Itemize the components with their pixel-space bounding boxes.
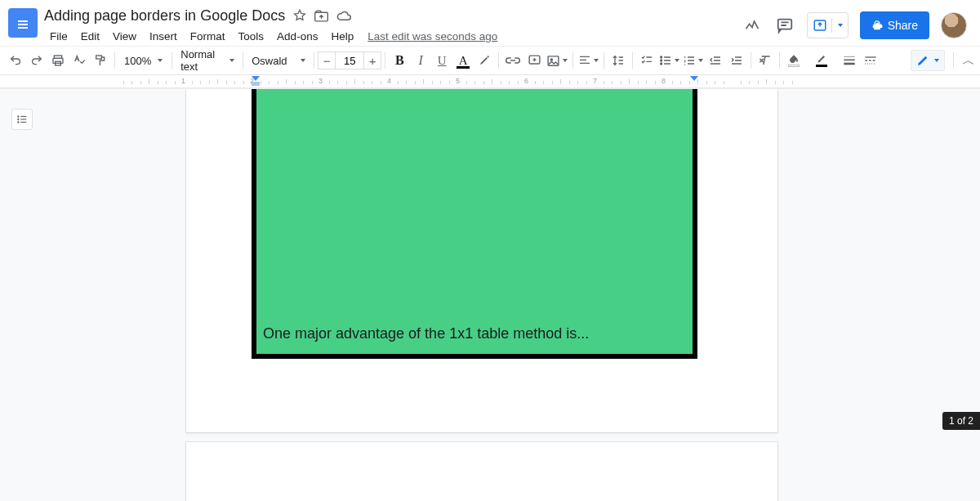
ruler-number: 5 (456, 77, 460, 85)
svg-point-15 (661, 60, 662, 61)
svg-point-13 (551, 59, 553, 60)
svg-rect-17 (252, 82, 260, 86)
font-size-increase[interactable]: + (363, 51, 381, 69)
svg-point-16 (661, 63, 662, 65)
menu-insert[interactable]: Insert (144, 29, 183, 44)
menu-tools[interactable]: Tools (233, 29, 270, 44)
font-size-decrease[interactable]: − (318, 51, 336, 69)
menu-format[interactable]: Format (185, 29, 231, 44)
comment-button[interactable] (523, 50, 545, 71)
fill-color-button[interactable] (783, 50, 804, 71)
font-family-dropdown[interactable]: Oswald (247, 55, 310, 67)
last-edit-link[interactable]: Last edit was seconds ago (368, 30, 497, 42)
collapse-toolbar-button[interactable]: ︿ (962, 52, 975, 69)
undo-button[interactable] (5, 50, 26, 71)
doc-title[interactable]: Adding page borders in Google Docs (44, 7, 285, 25)
activity-icon[interactable] (742, 15, 763, 36)
font-size-control: − 15 + (318, 51, 381, 69)
line-spacing-button[interactable] (608, 50, 629, 71)
bold-button[interactable]: B (389, 50, 410, 71)
ruler-number: 3 (318, 77, 323, 85)
svg-rect-10 (96, 56, 102, 59)
docs-logo[interactable] (8, 8, 38, 38)
avatar[interactable] (941, 12, 967, 38)
page-1[interactable]: One major advantage of the 1x1 table met… (186, 89, 777, 432)
svg-point-14 (661, 56, 662, 58)
cloud-icon[interactable] (336, 10, 351, 21)
print-button[interactable] (47, 50, 69, 71)
ruler-number: 4 (387, 77, 391, 85)
header-right: Share (742, 7, 972, 39)
underline-button[interactable]: U (431, 50, 452, 71)
svg-point-20 (18, 122, 19, 123)
border-color-button[interactable] (811, 50, 832, 71)
indent-button[interactable] (726, 50, 747, 71)
table-cell-page1[interactable]: One major advantage of the 1x1 table met… (252, 88, 697, 359)
canvas[interactable]: One major advantage of the 1x1 table met… (0, 88, 980, 501)
paragraph-style-dropdown[interactable]: Normal text (176, 48, 239, 73)
link-button[interactable] (502, 50, 523, 71)
outline-toggle-button[interactable] (11, 109, 33, 130)
ruler-number: 6 (524, 77, 528, 85)
toolbar: 100% Normal text Oswald − 15 + B I U A ︿ (0, 46, 980, 75)
svg-rect-8 (53, 58, 63, 63)
star-icon[interactable] (293, 9, 306, 22)
svg-rect-3 (777, 20, 791, 29)
checklist-button[interactable] (636, 50, 657, 71)
italic-button[interactable]: I (410, 50, 431, 71)
ruler-number: 1 (181, 77, 185, 85)
outdent-button[interactable] (705, 50, 726, 71)
ruler[interactable]: 12345678 (0, 75, 980, 88)
share-button[interactable]: Share (860, 11, 929, 39)
menu-addons[interactable]: Add-ons (271, 29, 323, 44)
zoom-dropdown[interactable]: 100% (118, 51, 168, 70)
redo-button[interactable] (26, 50, 47, 71)
ruler-number: 7 (593, 77, 597, 85)
title-area: Adding page borders in Google Docs File … (44, 7, 742, 46)
ruler-number: 8 (662, 77, 666, 85)
page-indicator: 1 of 2 (942, 412, 980, 430)
header: Adding page borders in Google Docs File … (0, 0, 980, 46)
font-size-input[interactable]: 15 (336, 51, 363, 69)
numbered-list-button[interactable] (681, 50, 705, 71)
border-style-button[interactable] (860, 50, 881, 71)
highlight-button[interactable] (474, 50, 495, 71)
style-value: Normal text (180, 48, 228, 73)
indent-marker-left[interactable] (251, 75, 261, 87)
align-button[interactable] (577, 50, 600, 71)
table-cell-text-1: One major advantage of the 1x1 table met… (263, 325, 589, 342)
svg-point-19 (18, 119, 19, 119)
spellcheck-button[interactable] (69, 50, 90, 71)
font-value: Oswald (252, 55, 287, 67)
menu-help[interactable]: Help (325, 29, 359, 44)
clear-formatting-button[interactable] (755, 50, 776, 71)
move-icon[interactable] (314, 10, 328, 22)
page-2[interactable]: when you cross to a new page, the table … (186, 442, 777, 501)
menu-view[interactable]: View (107, 29, 142, 44)
menu-file[interactable]: File (44, 29, 74, 44)
mode-dropdown[interactable] (911, 50, 945, 71)
svg-point-18 (18, 116, 19, 117)
menu-edit[interactable]: Edit (75, 29, 105, 44)
indent-marker-right[interactable] (689, 75, 699, 87)
zoom-value: 100% (124, 55, 151, 67)
image-button[interactable] (545, 50, 569, 71)
border-width-button[interactable] (839, 50, 860, 71)
svg-rect-6 (874, 25, 880, 29)
text-color-button[interactable]: A (452, 50, 474, 71)
present-button[interactable] (807, 12, 849, 38)
paint-format-button[interactable] (90, 50, 111, 71)
menu-bar: File Edit View Insert Format Tools Add-o… (44, 26, 742, 46)
bulleted-list-button[interactable] (657, 50, 681, 71)
comments-icon[interactable] (774, 15, 795, 36)
share-label: Share (888, 19, 918, 32)
